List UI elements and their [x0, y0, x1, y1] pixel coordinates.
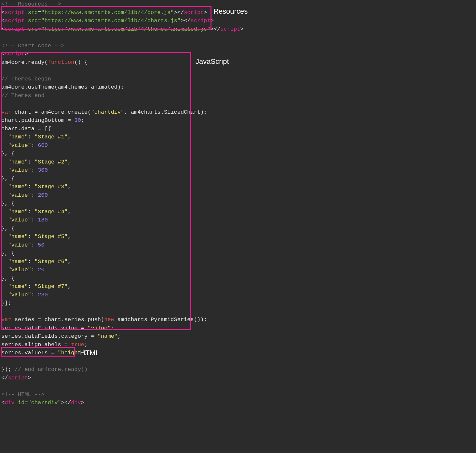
highlight-box-resources — [1, 6, 211, 30]
label-html: HTML — [80, 347, 100, 358]
comment-chartcode: <!-- Chart code --> — [1, 43, 64, 49]
comment-html: <!-- HTML --> — [1, 391, 45, 398]
highlight-box-html — [1, 347, 75, 357]
label-javascript: JavaScript — [196, 56, 229, 67]
highlight-box-javascript — [1, 52, 191, 330]
label-resources: Resources — [213, 6, 248, 17]
